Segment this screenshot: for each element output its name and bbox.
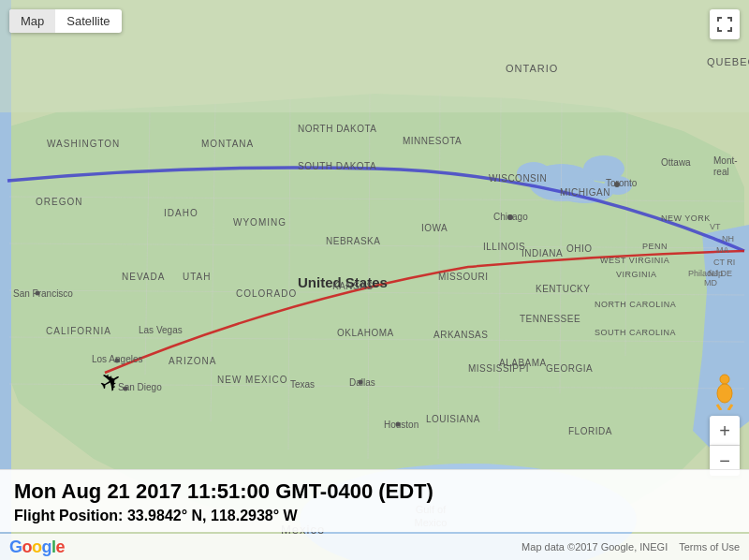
info-panel: Mon Aug 21 2017 11:51:00 GMT-0400 (EDT) … bbox=[0, 469, 749, 532]
svg-line-46 bbox=[717, 405, 721, 410]
position-lat: 33.9842° N, bbox=[127, 508, 207, 523]
bottom-bar: Google Map data ©2017 Google, INEGI Term… bbox=[0, 534, 749, 560]
map-container: Mexico Gulf of Mexico VT NH MA CT RI NJ … bbox=[0, 0, 749, 560]
fullscreen-button[interactable] bbox=[710, 9, 740, 39]
google-logo: Google bbox=[9, 538, 65, 557]
position-label: Flight Position: bbox=[14, 508, 123, 523]
position-lng: 118.2938° W bbox=[211, 508, 298, 523]
zoom-in-button[interactable]: + bbox=[710, 416, 740, 446]
zoom-controls: + − bbox=[710, 416, 740, 476]
terms-link[interactable]: Terms of Use bbox=[679, 541, 740, 553]
svg-line-47 bbox=[728, 405, 732, 410]
flight-position: Flight Position: 33.9842° N, 118.2938° W bbox=[14, 508, 735, 524]
map-attribution: Map data ©2017 Google, INEGI bbox=[521, 541, 668, 553]
map-button[interactable]: Map bbox=[9, 9, 55, 33]
map-toggle: Map Satellite bbox=[9, 9, 122, 33]
flight-timestamp: Mon Aug 21 2017 11:51:00 GMT-0400 (EDT) bbox=[14, 479, 735, 504]
svg-point-44 bbox=[720, 375, 729, 384]
svg-point-45 bbox=[717, 384, 732, 403]
satellite-button[interactable]: Satellite bbox=[55, 9, 121, 33]
street-view-icon[interactable] bbox=[710, 373, 740, 410]
